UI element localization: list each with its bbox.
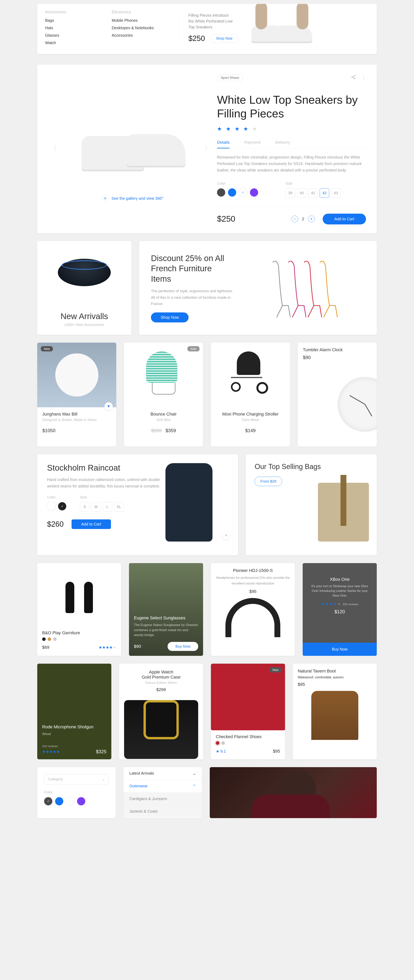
qty-plus-button[interactable]: +: [308, 216, 315, 222]
bags-card[interactable]: Our Top Selling Bags From $29: [246, 454, 377, 555]
favorite-icon[interactable]: ♥: [105, 402, 113, 410]
product-card-watch[interactable]: New ♥ Junghans Max Bill Designed in Brit…: [37, 343, 116, 447]
color-swatch-blue[interactable]: [55, 797, 63, 805]
gallery-360-link[interactable]: ⟳ See the gallery and view 360°: [102, 195, 164, 202]
color-dot-selected[interactable]: [216, 741, 219, 745]
more-menu-icon[interactable]: ⋮: [361, 75, 366, 81]
color-swatch-white[interactable]: [66, 797, 74, 805]
shop-now-button[interactable]: Shop Now: [211, 34, 238, 43]
star-rating: ★★★★★: [42, 749, 60, 754]
color-swatch-grey[interactable]: [217, 188, 225, 197]
accordion-item-active[interactable]: Outerwear⌃: [124, 780, 202, 792]
color-swatch-white-selected[interactable]: ✓: [239, 188, 247, 197]
buy-now-button[interactable]: Buy Now: [167, 642, 198, 651]
nav-item[interactable]: Desktopes & Notebooks: [112, 25, 178, 30]
product-card-clock[interactable]: Tumbler Alarm Clock $90: [298, 343, 377, 447]
tab-delivery[interactable]: Delivery: [275, 140, 290, 148]
color-dot[interactable]: [48, 637, 51, 641]
color-swatch-white[interactable]: [47, 502, 55, 511]
tab-details[interactable]: Details: [217, 140, 229, 148]
promo-text-line: the White Perforated Low: [188, 18, 238, 24]
color-dot[interactable]: [221, 741, 225, 745]
card-title: Eugene Select Sunglasses: [134, 616, 198, 620]
category-select[interactable]: Category ⌄: [44, 774, 109, 784]
product-image: [211, 663, 285, 730]
card-subtitle: Deluxe Edition 38mm: [124, 681, 198, 685]
accordion-subitem[interactable]: Cardigans & Jumpers: [124, 792, 202, 805]
color-swatch-purple[interactable]: [77, 797, 85, 805]
product-card-applewatch[interactable]: Apple Watch Gold Premium Case Deluxe Edi…: [119, 663, 203, 759]
badge-new: New: [41, 346, 53, 352]
size-option[interactable]: 43: [331, 188, 341, 198]
color-dot[interactable]: [42, 637, 46, 641]
nav-promo: Filling Pieces introduce the White Perfo…: [178, 10, 369, 45]
buy-now-button[interactable]: Buy Now: [303, 643, 377, 656]
color-swatch-purple[interactable]: [250, 188, 258, 197]
card-title: Moxi Phone Charging Stroller: [216, 412, 285, 417]
star-rating: ★★★★★: [99, 645, 116, 650]
card-subtitle: Soft Mint: [129, 418, 198, 422]
size-option-selected[interactable]: 42: [320, 188, 329, 198]
from-price-button[interactable]: From $29: [255, 477, 282, 486]
product-card-beo[interactable]: B&O Play Garniture $69 ★★★★★: [37, 563, 121, 656]
nav-column-electronics: Electronics Mobile Phones Desktopes & No…: [112, 10, 178, 41]
product-card-rode[interactable]: Rode Microphone Shotgun Wood 234 reviews…: [37, 663, 111, 759]
qty-minus-button[interactable]: −: [291, 216, 298, 222]
color-dot[interactable]: [53, 637, 57, 641]
tab-payment[interactable]: Payment: [244, 140, 261, 148]
shop-now-button[interactable]: Shop Now: [151, 312, 189, 323]
product-card-stroller[interactable]: 〈 〉 Moxi Phone Charging Stroller Dark Me…: [211, 343, 290, 447]
nav-item[interactable]: Accessories: [112, 33, 178, 38]
product-card-headphones[interactable]: Pioneer HDJ-1500-S Headphones for profes…: [211, 563, 295, 656]
size-option[interactable]: XL: [114, 502, 124, 512]
share-icon[interactable]: [351, 75, 356, 81]
product-card-boot[interactable]: Natural Tavern Boot Waterproof, comforta…: [293, 663, 377, 759]
gallery-prev-icon[interactable]: 〈: [48, 142, 59, 155]
product-description: Renowned for their minimalist, progressi…: [217, 154, 366, 173]
size-option[interactable]: S: [80, 502, 89, 512]
discount-card: Discount 25% on All French Furniture Ite…: [139, 241, 377, 335]
badge-new: New: [269, 667, 282, 673]
product-card-xbox[interactable]: XBox One It's your turn to Stickwrap you…: [303, 563, 377, 656]
nav-item[interactable]: Mobile Phones: [112, 18, 178, 23]
product-card-flannel[interactable]: New Checked Flannel Shoes ★ 9.1 $95: [211, 663, 285, 759]
color-swatch-black-selected[interactable]: ✓: [58, 502, 66, 511]
color-swatch-grey-selected[interactable]: ✓: [44, 797, 53, 805]
chevron-up-icon: ⌃: [193, 784, 196, 789]
accordion-subitem[interactable]: Jackets & Coats: [124, 805, 202, 818]
nav-item[interactable]: Hats: [45, 25, 112, 30]
promo-text-line: Filling Pieces introduce: [188, 12, 238, 18]
accordion-item[interactable]: Latest Arrivals⌄: [124, 767, 202, 780]
size-option[interactable]: 40: [297, 188, 306, 198]
discount-desc: The perfection of style, ergonomics and …: [151, 288, 233, 307]
add-to-cart-button[interactable]: Add to Cart: [323, 214, 366, 224]
svg-line-3: [353, 76, 354, 77]
card-title: Natural Tavern Boot: [298, 668, 372, 674]
filter-card: Category ⌄ Color ✓: [37, 767, 116, 818]
card-title: XBox One: [309, 577, 371, 582]
product-image: [72, 97, 193, 179]
favorite-icon[interactable]: ♥: [222, 531, 230, 539]
product-card-chair[interactable]: Sale Bounce Chair Soft Mint $599$359: [124, 343, 203, 447]
hero-banner[interactable]: [210, 767, 377, 818]
card-price: $95: [216, 589, 290, 594]
card-title: B&O Play Garniture: [42, 630, 116, 635]
size-option[interactable]: 39: [286, 188, 295, 198]
new-arrivals-card[interactable]: New Arrivalls 1000+ New Accessories: [37, 241, 131, 335]
nav-item[interactable]: Bags: [45, 18, 112, 23]
color-label: Color: [44, 790, 109, 794]
product-tag[interactable]: Sport Shoes: [217, 75, 243, 81]
color-swatch-blue[interactable]: [228, 188, 236, 197]
add-to-cart-button[interactable]: Add to Cart: [72, 519, 111, 529]
card-price: $299: [124, 687, 198, 692]
size-option[interactable]: 41: [308, 188, 318, 198]
size-option[interactable]: M: [91, 502, 101, 512]
nav-item[interactable]: Glasses: [45, 33, 112, 38]
nav-item[interactable]: Watch: [45, 41, 112, 45]
gallery-next-icon[interactable]: 〉: [202, 142, 213, 155]
bags-title: Our Top Selling Bags: [255, 462, 368, 471]
size-option[interactable]: L: [103, 502, 112, 512]
product-card-sunglasses[interactable]: Eugene Select Sunglasses The Eugene Sele…: [129, 563, 203, 656]
product-image: [124, 700, 198, 759]
size-label: Size: [80, 495, 124, 500]
